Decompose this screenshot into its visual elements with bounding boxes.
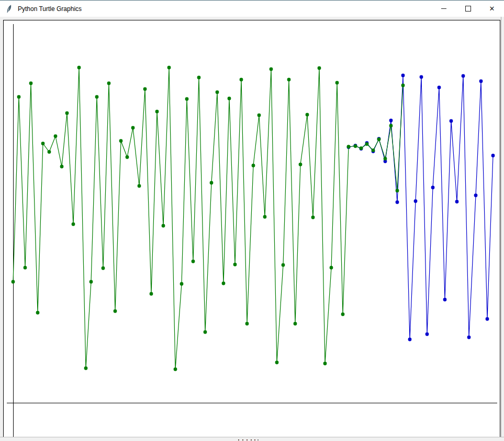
maximize-button[interactable] [456,1,480,17]
maximize-icon [465,6,471,12]
window-controls: ✕ [432,1,504,17]
python-feather-icon [5,5,14,13]
cropped-bottom-artifact [238,439,239,440]
titlebar[interactable]: Python Turtle Graphics ✕ [0,1,504,17]
close-icon: ✕ [489,5,495,12]
window-title: Python Turtle Graphics [18,5,82,13]
window-right-edge [501,17,504,437]
close-button[interactable]: ✕ [480,1,504,17]
python-turtle-graphics-window: Python Turtle Graphics ✕ [0,0,504,441]
minimize-icon [441,8,446,9]
minimize-button[interactable] [432,1,456,17]
turtle-canvas [3,20,500,437]
window-bottom-edge [0,437,504,441]
